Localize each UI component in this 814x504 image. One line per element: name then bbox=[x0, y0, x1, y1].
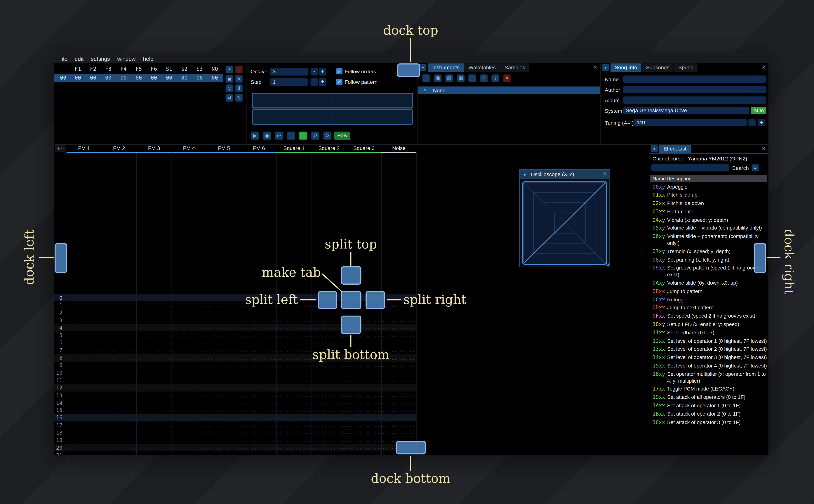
pattern-cell[interactable]: ... .. .. .. bbox=[309, 325, 344, 330]
close-icon[interactable]: × bbox=[761, 145, 767, 151]
add-channel-button[interactable]: ++ bbox=[55, 145, 66, 152]
pattern-cell[interactable]: ... .. .. .. bbox=[309, 400, 344, 405]
pattern-cell[interactable]: ... .. .. .. bbox=[379, 430, 415, 435]
menu-item-settings[interactable]: settings bbox=[87, 55, 114, 62]
pattern-cell[interactable]: ... .. .. .. bbox=[169, 318, 204, 323]
menu-item-file[interactable]: file bbox=[57, 55, 71, 62]
pattern-cell[interactable]: ... .. .. .. bbox=[204, 370, 239, 375]
close-icon[interactable]: × bbox=[602, 170, 608, 177]
pattern-cell[interactable]: ... .. .. .. bbox=[134, 363, 169, 368]
pattern-cell[interactable]: ... .. .. .. bbox=[169, 408, 204, 413]
pattern-cell[interactable]: ... .. .. .. bbox=[239, 385, 274, 390]
order-cell-f5[interactable]: 00 bbox=[131, 75, 146, 81]
pattern-cell[interactable]: ... .. .. .. bbox=[274, 355, 309, 360]
pattern-cell[interactable]: ... .. .. .. bbox=[239, 355, 274, 360]
pattern-cell[interactable]: ... .. .. .. bbox=[134, 408, 169, 413]
system-field[interactable]: Sega Genesis/Mega Drive bbox=[623, 107, 749, 114]
close-icon[interactable]: × bbox=[592, 64, 598, 70]
pattern-cell[interactable]: ... .. .. .. bbox=[239, 408, 274, 413]
pattern-cell[interactable]: ... .. .. .. bbox=[204, 430, 239, 435]
effect-row-07xy[interactable]: 07xyTremolo (x: speed; y: depth) bbox=[649, 248, 768, 256]
pattern-cell[interactable]: ... .. .. .. bbox=[64, 423, 99, 428]
pattern-cell[interactable]: ... .. .. .. bbox=[379, 385, 415, 390]
effect-row-04xy[interactable]: 04xyVibrato (x: speed; y: depth) bbox=[649, 216, 768, 224]
pattern-cell[interactable]: ... .. .. .. bbox=[239, 393, 274, 398]
pattern-cell[interactable]: ... .. .. .. bbox=[64, 415, 99, 420]
pattern-cell[interactable]: ... .. .. .. bbox=[169, 393, 204, 398]
effect-row-1axx[interactable]: 1AxxSet attack of operator 1 (0 to 1F) bbox=[649, 402, 768, 410]
pattern-cell[interactable]: ... .. .. .. bbox=[239, 438, 274, 443]
pattern-cell[interactable]: ... .. .. .. bbox=[204, 318, 239, 323]
effect-row-14xx[interactable]: 14xxSet level of operator 3 (0 highest, … bbox=[649, 354, 768, 362]
pattern-cell[interactable]: ... .. .. .. bbox=[169, 355, 204, 360]
effect-row-17xx[interactable]: 17xxToggle PCM mode (LEGACY) bbox=[649, 385, 768, 393]
tab-effect-list[interactable]: Effect List bbox=[659, 145, 691, 153]
pattern-cell[interactable]: ... .. .. .. bbox=[99, 340, 135, 345]
channel-header-fm-2[interactable]: FM 2 bbox=[102, 145, 137, 153]
pattern-cell[interactable]: ... .. .. .. bbox=[344, 385, 379, 390]
pattern-cell[interactable]: ... .. .. .. bbox=[379, 318, 415, 323]
pattern-cell[interactable]: ... .. .. .. bbox=[204, 453, 239, 455]
pattern-cell[interactable]: ... .. .. .. bbox=[64, 310, 99, 315]
pattern-cell[interactable]: ... .. .. .. bbox=[64, 385, 99, 390]
pattern-cell[interactable]: ... .. .. .. bbox=[64, 318, 99, 323]
pattern-cell[interactable]: ... .. .. .. bbox=[274, 348, 309, 353]
pattern-cell[interactable]: ... .. .. .. bbox=[274, 363, 309, 368]
pattern-cell[interactable]: ... .. .. .. bbox=[309, 385, 344, 390]
pattern-cell[interactable]: ... .. .. .. bbox=[134, 430, 169, 435]
pattern-cell[interactable]: ... .. .. .. bbox=[134, 378, 169, 383]
pattern-cell[interactable]: ... .. .. .. bbox=[274, 400, 309, 405]
instrument-list-item[interactable]: ○- None - bbox=[418, 86, 600, 94]
pattern-cell[interactable]: ... .. .. .. bbox=[274, 310, 309, 315]
pattern-cell[interactable]: ... .. .. .. bbox=[99, 295, 135, 300]
pattern-cell[interactable]: ... .. .. .. bbox=[64, 303, 99, 308]
pattern-cell[interactable]: ... .. .. .. bbox=[134, 385, 169, 390]
pattern-cell[interactable]: ... .. .. .. bbox=[204, 310, 239, 315]
duplicate-order-end-button[interactable]: ⇊ bbox=[235, 84, 243, 92]
pattern-cell[interactable]: ... .. .. .. bbox=[344, 430, 379, 435]
pattern-cell[interactable]: ... .. .. .. bbox=[309, 378, 344, 383]
move-instrument-up-button[interactable]: ↑ bbox=[480, 74, 488, 82]
order-cell-f2[interactable]: 00 bbox=[85, 75, 101, 81]
pattern-cell[interactable]: ... .. .. .. bbox=[64, 295, 99, 300]
pattern-cell[interactable]: ... .. .. .. bbox=[274, 333, 309, 338]
split-left-target[interactable] bbox=[318, 291, 337, 309]
pattern-cell[interactable]: ... .. .. .. bbox=[204, 333, 239, 338]
dock-right-target[interactable] bbox=[754, 243, 766, 273]
effect-row-05xy[interactable]: 05xyVolume slide + vibrato (compatibilit… bbox=[649, 224, 768, 233]
pattern-cell[interactable]: ... .. .. .. bbox=[274, 408, 309, 413]
resize-grip-icon[interactable]: ◢ bbox=[606, 263, 609, 267]
channel-header-fm-5[interactable]: FM 5 bbox=[206, 145, 241, 153]
split-right-target[interactable] bbox=[365, 291, 385, 309]
pattern-cell[interactable]: ... .. .. .. bbox=[134, 318, 169, 323]
pattern-cell[interactable]: ... .. .. .. bbox=[169, 445, 204, 450]
pattern-cell[interactable]: ... .. .. .. bbox=[169, 370, 204, 375]
collapse-icon[interactable]: ▼ bbox=[420, 64, 427, 71]
effect-row-01xx[interactable]: 01xxPitch slide up bbox=[649, 191, 768, 200]
pattern-cell[interactable]: ... .. .. .. bbox=[99, 430, 135, 435]
menu-item-help[interactable]: help bbox=[139, 55, 157, 62]
pattern-cell[interactable]: ... .. .. .. bbox=[274, 318, 309, 323]
pattern-cell[interactable]: ... .. .. .. bbox=[64, 363, 99, 368]
pattern-cell[interactable]: ... .. .. .. bbox=[169, 303, 204, 308]
follow-orders-checkbox[interactable]: ✓ bbox=[336, 68, 342, 74]
tuning-field[interactable]: 440 bbox=[634, 119, 747, 126]
pattern-cell[interactable]: ... .. .. .. bbox=[169, 415, 204, 420]
channel-header-noise[interactable]: Noise bbox=[381, 145, 417, 153]
pattern-cell[interactable]: ... .. .. .. bbox=[134, 423, 169, 428]
pattern-cell[interactable]: ... .. .. .. bbox=[344, 400, 379, 405]
order-row-index[interactable]: 00 bbox=[56, 75, 70, 81]
tuning-decrease-button[interactable]: - bbox=[748, 119, 756, 126]
pattern-cell[interactable]: ... .. .. .. bbox=[239, 370, 274, 375]
pattern-cell[interactable]: ... .. .. .. bbox=[99, 370, 135, 375]
collapse-icon[interactable]: ▼ bbox=[521, 171, 528, 178]
channel-header-fm-3[interactable]: FM 3 bbox=[137, 145, 172, 153]
pattern-cell[interactable]: ... .. .. .. bbox=[379, 378, 415, 383]
effect-row-16xy[interactable]: 16xySet operator multiplier (x: operator… bbox=[649, 370, 768, 385]
pattern-cell[interactable]: ... .. .. .. bbox=[344, 310, 379, 315]
effect-row-1cxx[interactable]: 1CxxSet attack of operator 3 (0 to 1F) bbox=[649, 418, 768, 427]
pattern-cell[interactable]: ... .. .. .. bbox=[309, 423, 344, 428]
split-bottom-target[interactable] bbox=[341, 316, 361, 334]
pattern-cell[interactable]: ... .. .. .. bbox=[64, 393, 99, 398]
pattern-cell[interactable]: ... .. .. .. bbox=[134, 438, 169, 443]
